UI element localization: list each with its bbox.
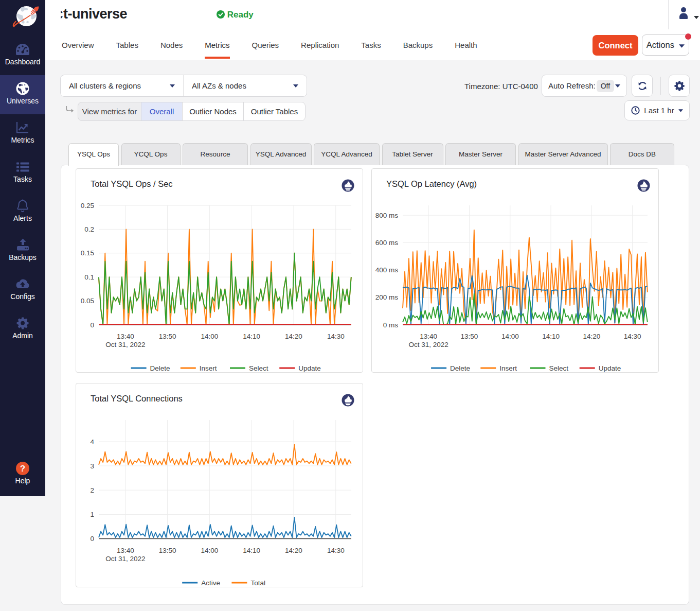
svg-text:Oct 31, 2022: Oct 31, 2022 [409,341,448,348]
svg-text:Update: Update [298,364,321,372]
svg-text:14:10: 14:10 [243,333,260,340]
svg-text:14:00: 14:00 [501,333,519,340]
svg-text:14:20: 14:20 [285,333,302,340]
svg-text:3: 3 [90,462,94,470]
svg-text:14:00: 14:00 [201,547,219,554]
svg-text:13:50: 13:50 [159,547,176,554]
svg-text:?: ? [20,464,25,474]
svg-text:0.15: 0.15 [81,249,94,257]
svg-text:0.2: 0.2 [84,225,94,233]
svg-text:14:20: 14:20 [583,333,601,340]
svg-text:Active: Active [201,579,220,587]
svg-text:13:40: 13:40 [117,333,134,340]
svg-text:Update: Update [599,364,621,372]
svg-text:13:50: 13:50 [159,333,176,340]
svg-text:Select: Select [549,364,569,372]
svg-text:0.1: 0.1 [84,273,94,281]
svg-text:Delete: Delete [450,364,470,372]
svg-text:0.05: 0.05 [81,297,94,305]
svg-text:13:50: 13:50 [461,333,478,340]
svg-text:600 ms: 600 ms [375,239,399,247]
svg-text:400 ms: 400 ms [375,266,399,274]
svg-text:0.25: 0.25 [81,202,94,210]
svg-text:0: 0 [90,535,94,543]
svg-text:Insert: Insert [499,364,517,372]
svg-text:Select: Select [249,364,268,372]
svg-text:14:30: 14:30 [327,547,345,554]
svg-text:4: 4 [90,438,94,446]
svg-text:14:00: 14:00 [201,333,219,340]
svg-text:Delete: Delete [150,364,170,372]
svg-text:2: 2 [90,486,94,494]
svg-text:13:40: 13:40 [117,547,134,554]
svg-text:Total: Total [250,579,265,587]
svg-text:200 ms: 200 ms [375,293,399,301]
svg-text:0: 0 [90,321,94,329]
svg-text:1: 1 [90,511,94,518]
svg-text:800 ms: 800 ms [375,212,399,219]
svg-text:14:10: 14:10 [542,333,560,340]
svg-text:0 ms: 0 ms [383,321,399,329]
svg-text:Oct 31, 2022: Oct 31, 2022 [105,341,145,348]
svg-text:Insert: Insert [200,364,217,372]
svg-text:14:10: 14:10 [243,547,260,554]
svg-text:14:30: 14:30 [327,333,345,340]
svg-text:Oct 31, 2022: Oct 31, 2022 [105,555,145,563]
svg-text:13:40: 13:40 [420,333,437,340]
svg-text:14:20: 14:20 [285,547,302,554]
svg-text:14:30: 14:30 [624,333,641,340]
